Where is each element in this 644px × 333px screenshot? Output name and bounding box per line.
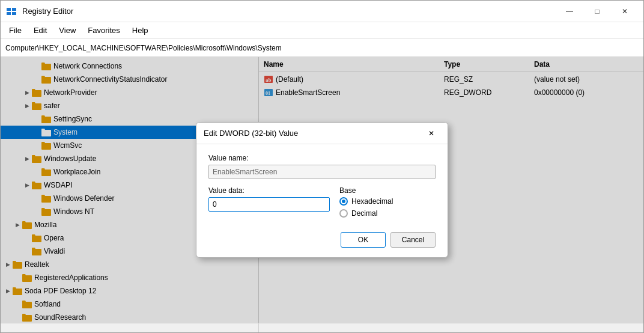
radio-hex-label: Hexadecimal [351, 197, 393, 206]
svg-rect-3 [12, 12, 16, 15]
menu-favorites[interactable]: Favorites [82, 23, 126, 37]
registry-editor-window: Registry Editor — □ ✕ File Edit View Fav… [0, 0, 644, 333]
title-bar: Registry Editor — □ ✕ [1, 1, 643, 22]
dialog-close-button[interactable]: ✕ [422, 125, 440, 142]
main-content: Network Connections NetworkConnectivityS… [1, 57, 643, 323]
scrollbar-area [1, 323, 643, 332]
tree-scrollbar[interactable] [1, 323, 259, 332]
menu-view[interactable]: View [53, 23, 82, 37]
modal-overlay: Edit DWORD (32-bit) Value ✕ Value name: … [1, 57, 643, 323]
base-col: Base Hexadecimal Dec [339, 186, 436, 218]
svg-rect-2 [7, 12, 11, 15]
ok-button[interactable]: OK [341, 232, 386, 248]
menu-file[interactable]: File [3, 23, 28, 37]
dialog-footer: OK Cancel [196, 227, 448, 257]
close-button[interactable]: ✕ [611, 2, 639, 21]
cancel-button[interactable]: Cancel [390, 232, 436, 248]
dialog-title: Edit DWORD (32-bit) Value [204, 129, 422, 138]
edit-dword-dialog: Edit DWORD (32-bit) Value ✕ Value name: … [196, 122, 448, 258]
minimize-button[interactable]: — [556, 2, 583, 21]
value-data-input[interactable] [208, 197, 330, 212]
base-group: Hexadecimal Decimal [339, 197, 436, 218]
window-title: Registry Editor [22, 7, 556, 16]
maximize-button[interactable]: □ [583, 2, 611, 21]
menu-bar: File Edit View Favorites Help [1, 22, 643, 39]
svg-rect-1 [12, 8, 16, 11]
dialog-body: Value name: Value data: Base [196, 144, 448, 227]
window-controls: — □ ✕ [556, 2, 639, 21]
radio-decimal[interactable]: Decimal [339, 209, 436, 218]
svg-rect-0 [7, 8, 11, 11]
value-name-label: Value name: [208, 154, 436, 162]
menu-help[interactable]: Help [126, 23, 154, 37]
radio-dot-hex [342, 200, 345, 203]
menu-edit[interactable]: Edit [28, 23, 53, 37]
value-data-col: Value data: [208, 186, 330, 218]
dialog-title-bar: Edit DWORD (32-bit) Value ✕ [196, 123, 448, 144]
radio-circle-dec [339, 209, 348, 218]
address-bar: Computer\HKEY_LOCAL_MACHINE\SOFTWARE\Pol… [1, 39, 643, 57]
panel-scrollbar[interactable] [259, 323, 643, 332]
value-name-input [208, 165, 436, 179]
data-row: Value data: Base Hexadecimal [208, 186, 436, 218]
value-data-label: Value data: [208, 186, 330, 195]
radio-dec-label: Decimal [351, 209, 377, 218]
address-path: Computer\HKEY_LOCAL_MACHINE\SOFTWARE\Pol… [5, 44, 282, 52]
radio-circle-hex [339, 197, 348, 206]
base-label: Base [339, 186, 436, 195]
app-icon [5, 5, 17, 17]
radio-hexadecimal[interactable]: Hexadecimal [339, 197, 436, 206]
